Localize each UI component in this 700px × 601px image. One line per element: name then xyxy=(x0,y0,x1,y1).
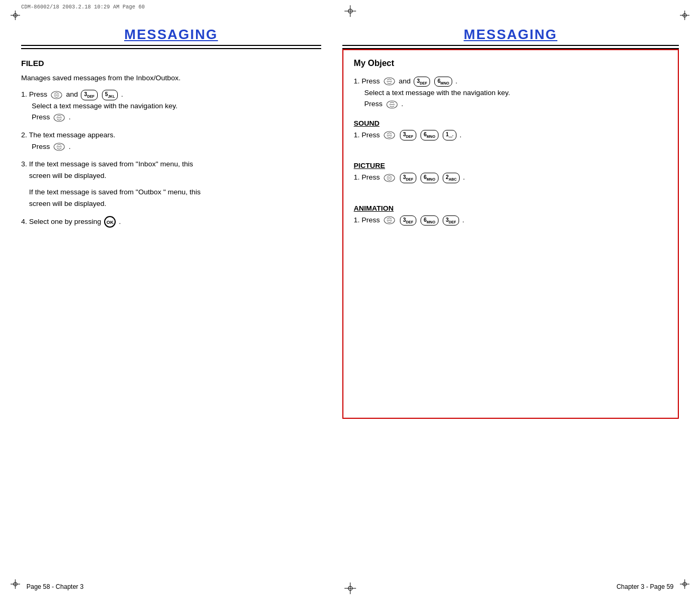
p-menu-icon xyxy=(384,174,395,182)
right-title: MESSAGING xyxy=(342,26,679,46)
menu-icon-1b xyxy=(53,114,65,122)
reg-mark-top-left xyxy=(11,11,20,22)
s-key-3def: 3DEF xyxy=(400,130,417,140)
left-title-text: ME xyxy=(124,26,147,42)
left-title-divider xyxy=(21,48,321,49)
key-5jkl: 5JKL xyxy=(102,90,118,100)
r-key-6mno: 6MNO xyxy=(434,77,452,87)
right-title-highlight: SS xyxy=(487,26,507,42)
animation-step-1: 1. Press 3DEF 6MNO 3DEF . xyxy=(354,214,667,226)
reg-mark-bottom-right xyxy=(680,579,689,590)
step1-number: 1. Press xyxy=(21,90,49,98)
columns: MESSAGING FILED Manages saved messages f… xyxy=(21,21,679,580)
r-step1-dot: . xyxy=(455,77,458,85)
p-key-6mno: 6MNO xyxy=(421,173,438,183)
step2-text: 2. The text message appears. xyxy=(21,131,115,139)
r-step1-indent: Select a text message with the navigatio… xyxy=(365,87,667,110)
r-menu-icon-1b xyxy=(386,100,398,109)
step1-indent: Select a text message with the navigatio… xyxy=(32,100,321,123)
s-menu-icon xyxy=(384,131,395,139)
left-step-1: 1. Press and 3DEF 5JKL . Select a text m… xyxy=(21,89,321,123)
left-step-4: 4. Select one by pressing OK . xyxy=(21,216,321,228)
sound-heading: SOUND xyxy=(354,119,667,127)
p-key-3def: 3DEF xyxy=(400,173,417,183)
r-step1-and: and xyxy=(399,77,413,85)
right-column: MESSAGING My Object 1. Press and 3DEF xyxy=(337,21,679,580)
step3-text: 3. If the text message is saved from "In… xyxy=(21,160,193,180)
menu-icon-1 xyxy=(51,91,62,99)
step2-indent: Press . xyxy=(32,141,321,153)
step3-extra: If the text message is saved from "Outbo… xyxy=(21,186,321,209)
filed-intro: Manages saved messages from the Inbox/Ou… xyxy=(21,73,321,83)
step1-dot: . xyxy=(121,90,123,98)
r-key-3def: 3DEF xyxy=(414,77,431,87)
left-column: MESSAGING FILED Manages saved messages f… xyxy=(21,21,337,580)
animation-heading: ANIMATION xyxy=(354,204,667,212)
a-key-3def-2: 3DEF xyxy=(443,215,460,226)
key-3def-1: 3DEF xyxy=(81,90,98,100)
a-key-6mno: 6MNO xyxy=(421,215,438,226)
my-object-title: My Object xyxy=(354,59,667,68)
page-num-left: Page 58 - Chapter 3 xyxy=(26,583,83,590)
a-menu-icon xyxy=(384,216,395,224)
reg-mark-top xyxy=(344,5,356,18)
ok-key: OK xyxy=(104,216,116,228)
sound-step-1: 1. Press 3DEF 6MNO 1—' . xyxy=(354,129,667,141)
picture-heading: PICTURE xyxy=(354,162,667,170)
reg-mark-top-right xyxy=(680,11,689,22)
left-title-highlight: SS xyxy=(147,26,167,42)
my-object-box: My Object 1. Press and 3DEF 6MNO . xyxy=(342,49,679,419)
menu-icon-2 xyxy=(53,143,65,151)
a-key-3def-1: 3DEF xyxy=(400,215,417,226)
s-key-6mno: 6MNO xyxy=(421,130,438,140)
left-step-3: 3. If the text message is saved from "In… xyxy=(21,158,321,209)
header-meta: CDM-86002/18 2003.2.18 10:29 AM Page 60 xyxy=(21,4,145,10)
right-title-text: ME xyxy=(464,26,487,42)
left-step-2: 2. The text message appears. Press . xyxy=(21,129,321,152)
page-num-right: Chapter 3 - Page 59 xyxy=(617,583,674,590)
left-title: MESSAGING xyxy=(21,26,321,46)
r-menu-icon-1 xyxy=(384,77,395,86)
reg-mark-bottom-left xyxy=(11,579,20,590)
right-title-text2: AGING xyxy=(507,26,557,42)
p-key-2abc: 2ABC xyxy=(443,173,460,183)
s-key-1: 1—' xyxy=(443,130,456,140)
right-step-1: 1. Press and 3DEF 6MNO . Select a text m… xyxy=(354,76,667,110)
filed-title: FILED xyxy=(21,59,321,68)
reg-mark-bottom xyxy=(344,583,356,596)
picture-step-1: 1. Press 3DEF 6MNO 2ABC . xyxy=(354,172,667,183)
page-container: CDM-86002/18 2003.2.18 10:29 AM Page 60 xyxy=(0,0,700,601)
left-title-text2: AGING xyxy=(167,26,218,42)
step1-and: and xyxy=(66,90,80,98)
